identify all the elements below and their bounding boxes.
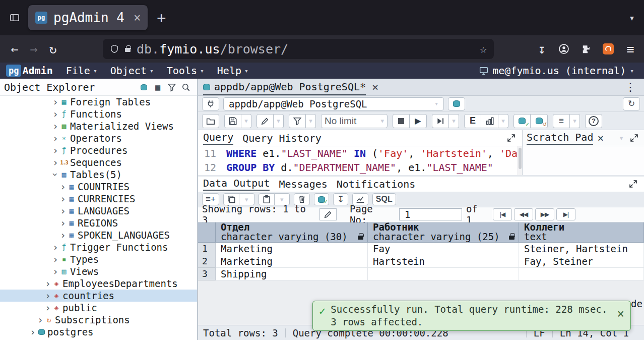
tree-item-Tables-5-[interactable]: ›▦Tables(5)	[0, 168, 197, 181]
first-page-button[interactable]: |◀	[493, 208, 512, 220]
chevron-right-icon[interactable]: ›	[52, 256, 59, 263]
tree-item-Views[interactable]: ›▥Views	[0, 265, 197, 277]
search-icon[interactable]	[179, 81, 193, 94]
tree-item-COUNTRIES[interactable]: ›▦COUNTRIES	[0, 181, 197, 193]
chevron-right-icon[interactable]: ›	[52, 268, 59, 275]
url-bar[interactable]: db.fymio.us/browser/ ☆	[103, 39, 494, 59]
tab-close-icon[interactable]: ×	[372, 81, 378, 93]
row-number[interactable]: 3	[198, 268, 216, 280]
execute-to-cursor-button[interactable]	[432, 114, 449, 128]
filter-icon[interactable]	[165, 81, 179, 94]
copy-icon[interactable]	[223, 193, 239, 205]
tab-messages[interactable]: Messages	[279, 178, 327, 190]
tab-close-icon[interactable]: ×	[134, 11, 141, 25]
show-sql-button[interactable]: SQL	[372, 193, 396, 205]
chevron-down-icon[interactable]: ›	[52, 171, 59, 178]
chevron-right-icon[interactable]: ›	[52, 135, 59, 142]
menu-object[interactable]: Object▾	[110, 65, 154, 77]
tree-item-public[interactable]: ›◈public	[0, 302, 197, 314]
list-all-tabs-icon[interactable]: ▾	[629, 12, 635, 24]
connection-select[interactable]: appdb/app@Web PostgreSQL ▾	[223, 97, 444, 110]
tree-item-SPOKEN-LANGUAGES[interactable]: ›▦SPOKEN_LANGUAGES	[0, 229, 197, 241]
open-file-button[interactable]	[202, 114, 219, 128]
commit-button[interactable]: ✓	[513, 114, 531, 128]
chevron-right-icon[interactable]: ›	[29, 328, 36, 335]
page-number-input[interactable]	[399, 208, 462, 220]
edit-button[interactable]	[256, 114, 274, 128]
table-cell[interactable]: Fay	[368, 243, 519, 255]
tree-item-LANGUAGES[interactable]: ›▦LANGUAGES	[0, 205, 197, 217]
last-page-button[interactable]: ▶|	[556, 208, 575, 220]
add-row-icon[interactable]: ≡+	[202, 193, 219, 205]
editor-code[interactable]: WHERE e1."LAST_NAME" IN ('Fay', 'Hartste…	[221, 146, 518, 175]
table-cell[interactable]	[368, 268, 519, 280]
chevron-right-icon[interactable]: ›	[52, 98, 59, 105]
expand-editor-icon[interactable]	[505, 132, 517, 144]
execute-button[interactable]: ▶	[410, 114, 427, 128]
adblock-extension-icon[interactable]	[600, 39, 617, 59]
explain-button[interactable]: E	[464, 114, 481, 128]
tab-data-output[interactable]: Data Output	[203, 177, 270, 191]
row-number[interactable]: 1	[198, 243, 216, 255]
lock-icon[interactable]	[125, 48, 131, 52]
refresh-layout-button[interactable]: ↻	[623, 97, 640, 110]
help-button[interactable]: ?	[585, 114, 602, 128]
tree-item-EmployeesDepartments[interactable]: ›◈EmployeesDepartments	[0, 277, 197, 290]
table-cell[interactable]: Shipping	[216, 268, 368, 280]
column-header-colleagues[interactable]: Коллеги text	[519, 222, 644, 243]
extensions-puzzle-icon[interactable]	[577, 39, 595, 59]
macros-dropdown[interactable]: ▾	[570, 114, 580, 128]
tree-item-Foreign-Tables[interactable]: ›▦Foreign Tables	[0, 96, 197, 108]
editor-scrollbar[interactable]	[518, 146, 522, 175]
table-cell[interactable]	[519, 268, 644, 280]
new-tab-button[interactable]: +	[152, 8, 171, 27]
chevron-right-icon[interactable]: ›	[52, 110, 59, 118]
column-header-worker[interactable]: Работник character varying (25)	[368, 222, 519, 243]
next-page-button[interactable]: ▶▶	[535, 208, 554, 220]
scratch-pad-close-icon[interactable]: ×	[597, 132, 604, 144]
tree-item-Functions[interactable]: ›ƒFunctions	[0, 108, 197, 120]
editor-line[interactable]: GROUP BY d."DEPARTMENT_NAME", e1."LAST_N…	[226, 160, 518, 175]
chevron-right-icon[interactable]: ›	[59, 183, 67, 190]
row-number[interactable]: 2	[198, 255, 216, 268]
paste-icon[interactable]	[259, 193, 275, 205]
tree-item-countries[interactable]: ›◈countries	[0, 290, 197, 302]
connection-status-icon[interactable]	[202, 97, 219, 110]
editor-line[interactable]: WHERE e1."LAST_NAME" IN ('Fay', 'Hartste…	[226, 146, 518, 160]
query-tool-tab[interactable]: appdb/app@Web PostgreSQL* ×	[203, 79, 378, 96]
save-results-to-file-button[interactable]: ↧	[333, 193, 348, 205]
edit-range-button[interactable]	[319, 208, 337, 220]
expand-scratch-pad-icon[interactable]	[628, 132, 640, 144]
menu-help[interactable]: Help▾	[217, 65, 248, 77]
tracking-shield-icon[interactable]	[110, 44, 119, 53]
sql-editor[interactable]: 11121314 WHERE e1."LAST_NAME" IN ('Fay',…	[198, 146, 522, 175]
cancel-query-button[interactable]	[393, 114, 410, 128]
table-cell[interactable]: Marketing	[216, 255, 368, 268]
scratch-pad-area[interactable]	[523, 146, 644, 175]
expand-output-icon[interactable]	[627, 178, 639, 190]
chevron-right-icon[interactable]: ›	[59, 195, 67, 202]
toast-close-icon[interactable]: ×	[617, 307, 624, 321]
chevron-right-icon[interactable]: ›	[59, 207, 67, 214]
tree-item-Trigger-Functions[interactable]: ›ƒTrigger Functions	[0, 241, 197, 253]
rollback-button[interactable]: ↺	[531, 114, 548, 128]
delete-row-icon[interactable]	[294, 193, 310, 205]
tree-item-REGIONS[interactable]: ›▦REGIONS	[0, 217, 197, 229]
limit-select[interactable]: No limit ▾	[321, 114, 388, 128]
tree-item-Procedures[interactable]: ›ƒProcedures	[0, 144, 197, 156]
menu-icon[interactable]: ≡	[622, 39, 639, 59]
chevron-right-icon[interactable]: ›	[52, 123, 59, 130]
tree-item-Operators[interactable]: ›∗Operators	[0, 132, 197, 144]
url-text[interactable]: db.fymio.us/browser/	[137, 42, 288, 56]
graph-visualiser-button[interactable]	[352, 193, 368, 205]
paste-options-dropdown[interactable]: ▾	[275, 193, 290, 205]
tab-query[interactable]: Query	[203, 131, 233, 145]
bookmark-star-icon[interactable]: ☆	[480, 42, 487, 55]
tree-item-Materialized-Views[interactable]: ›▩Materialized Views	[0, 120, 197, 132]
edit-options-dropdown[interactable]: ▾	[274, 114, 284, 128]
table-cell[interactable]: Hartstein	[368, 255, 519, 268]
tree-item-CURRENCIES[interactable]: ›▦CURRENCIES	[0, 193, 197, 205]
filter-options-dropdown[interactable]: ▾	[306, 114, 316, 128]
save-file-button[interactable]	[224, 114, 241, 128]
execute-options-dropdown[interactable]: ▾	[449, 114, 459, 128]
